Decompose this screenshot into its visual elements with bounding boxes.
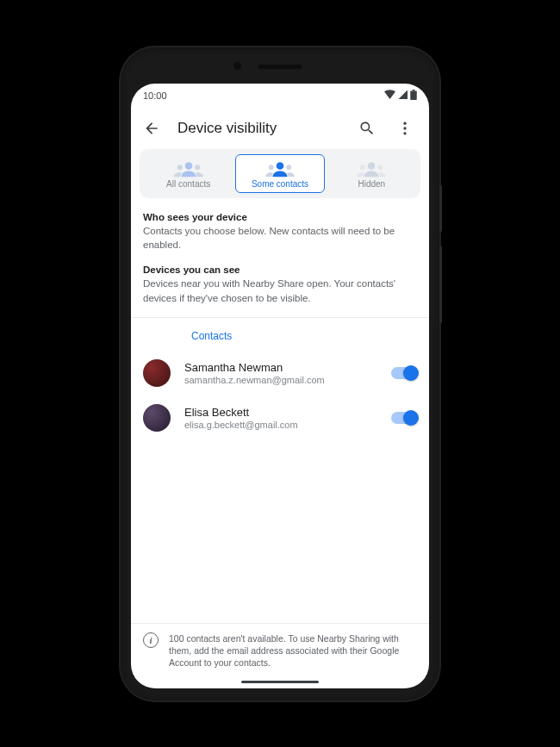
tab-some-contacts[interactable]: Some contacts — [235, 154, 324, 193]
phone-frame: 10:00 Device visibility — [121, 47, 439, 700]
app-bar: Device visibility — [131, 108, 429, 149]
svg-point-10 — [286, 165, 291, 170]
svg-point-2 — [403, 121, 406, 124]
people-some-icon — [265, 160, 295, 177]
contact-name: Samantha Newman — [184, 361, 377, 374]
contact-info: Elisa Beckett elisa.g.beckett@gmail.com — [184, 406, 377, 430]
contacts-header: Contacts — [143, 318, 417, 351]
svg-point-6 — [177, 165, 182, 170]
arrow-left-icon — [143, 120, 160, 137]
gesture-bar[interactable] — [131, 676, 429, 688]
svg-point-13 — [378, 165, 383, 170]
contact-toggle[interactable] — [391, 412, 417, 424]
tab-hidden[interactable]: Hidden — [328, 154, 415, 193]
wifi-icon — [384, 90, 395, 101]
phone-speaker — [258, 65, 302, 69]
section-text-devices: Devices near you with Nearby Share open.… — [143, 277, 417, 305]
overflow-button[interactable] — [389, 113, 420, 144]
tab-label: All contacts — [166, 179, 210, 189]
contact-row[interactable]: Elisa Beckett elisa.g.beckett@gmail.com — [131, 395, 429, 440]
section-heading-who: Who sees your device — [143, 212, 417, 222]
search-button[interactable] — [352, 113, 383, 144]
contact-name: Elisa Beckett — [184, 406, 377, 419]
svg-point-11 — [368, 162, 376, 170]
tab-label: Some contacts — [252, 179, 308, 189]
more-vert-icon — [396, 120, 414, 137]
svg-point-4 — [403, 132, 406, 134]
svg-rect-0 — [410, 90, 417, 100]
svg-rect-1 — [413, 90, 415, 91]
visibility-tabs: All contacts Some contacts — [140, 149, 420, 198]
page-title: Device visibility — [174, 120, 345, 137]
screen: 10:00 Device visibility — [131, 84, 429, 688]
svg-point-8 — [277, 162, 284, 170]
footer-notice: i 100 contacts aren't available. To use … — [131, 623, 429, 676]
nav-pill-icon — [241, 681, 319, 684]
power-button[interactable] — [439, 185, 442, 232]
svg-point-9 — [269, 165, 274, 170]
people-hidden-icon — [357, 160, 386, 177]
contact-toggle[interactable] — [391, 367, 417, 379]
footer-text: 100 contacts aren't available. To use Ne… — [169, 632, 417, 669]
tab-label: Hidden — [358, 179, 385, 189]
contact-email: elisa.g.beckett@gmail.com — [184, 420, 377, 430]
status-bar: 10:00 — [131, 84, 429, 108]
back-button[interactable] — [136, 113, 167, 144]
contact-email: samantha.z.newman@gmail.com — [184, 375, 377, 385]
contact-row[interactable]: Samantha Newman samantha.z.newman@gmail.… — [131, 351, 429, 395]
svg-point-3 — [403, 127, 406, 129]
phone-camera — [233, 62, 241, 70]
avatar — [143, 359, 171, 387]
content: Who sees your device Contacts you choose… — [131, 202, 429, 352]
tab-all-contacts[interactable]: All contacts — [145, 154, 232, 193]
status-icons — [384, 90, 417, 102]
status-time: 10:00 — [143, 90, 167, 101]
people-group-icon — [174, 160, 203, 177]
info-icon: i — [143, 632, 159, 648]
section-heading-devices: Devices you can see — [143, 265, 417, 275]
search-icon — [358, 120, 376, 137]
svg-point-12 — [360, 165, 365, 170]
contact-info: Samantha Newman samantha.z.newman@gmail.… — [184, 361, 377, 385]
avatar — [143, 404, 171, 432]
battery-icon — [410, 90, 417, 102]
signal-icon — [398, 90, 408, 101]
volume-button[interactable] — [439, 246, 442, 323]
section-text-who: Contacts you choose below. New contacts … — [143, 224, 417, 252]
svg-point-5 — [184, 162, 192, 170]
svg-point-7 — [195, 165, 200, 170]
